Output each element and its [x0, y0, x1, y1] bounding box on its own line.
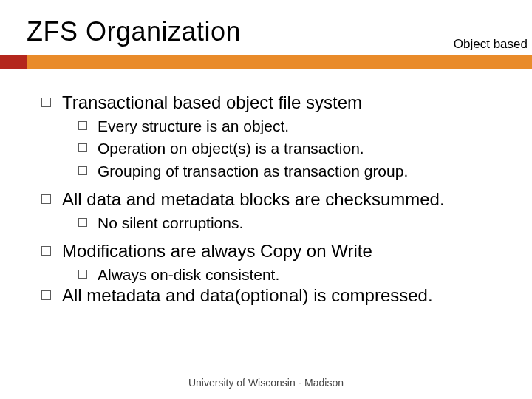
bullet-l1: All metadata and data(optional) is compr…: [41, 284, 517, 307]
bullet-l2: Every structure is an object.: [78, 117, 517, 136]
bullet-l1: All data and metadata blocks are checksu…: [41, 188, 517, 211]
accent-block: [0, 55, 27, 69]
bullet-l2: No silent corruptions.: [78, 214, 517, 233]
bullet-l1: Modifications are always Copy on Write: [41, 240, 517, 262]
bullet-l2: Operation on object(s) is a transaction.: [78, 139, 517, 158]
footer-text: University of Wisconsin - Madison: [0, 377, 532, 389]
slide-title: ZFS Organization: [0, 0, 532, 55]
corner-label: Object based: [454, 37, 528, 52]
bullet-l1: Transactional based object file system: [41, 92, 517, 114]
orange-band: [27, 55, 532, 69]
title-divider: Object based: [0, 55, 532, 75]
slide-body: Transactional based object file system E…: [0, 75, 532, 307]
bullet-l2: Always on-disk consistent.: [78, 265, 517, 284]
bullet-l2: Grouping of transaction as transaction g…: [78, 162, 517, 181]
